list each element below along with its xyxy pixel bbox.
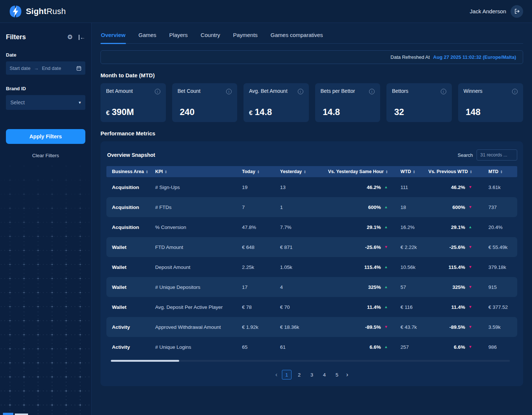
cell-business-area: Wallet <box>112 244 155 250</box>
cell-yesterday: 1 <box>280 205 321 210</box>
page-button-3[interactable]: 3 <box>307 370 317 379</box>
horizontal-scrollbar <box>111 360 510 362</box>
kpi-card-bettors: Bettorsi 32 <box>386 83 452 122</box>
cell-wtd: € 2.22k <box>388 244 430 250</box>
main-content: Overview Games Players Country Payments … <box>92 23 532 415</box>
info-icon[interactable]: i <box>155 89 160 94</box>
info-icon[interactable]: i <box>441 89 446 94</box>
tab-country[interactable]: Country <box>200 29 221 43</box>
cell-wtd: € 43.7k <box>388 324 430 330</box>
cell-mtd: 379.18k <box>472 264 512 270</box>
tab-players[interactable]: Players <box>169 29 188 43</box>
scrollbar-thumb[interactable] <box>111 360 179 362</box>
kpi-card-winners: Winnersi 148 <box>458 83 524 122</box>
table-header-row: Business Area▲▼ KPI▲▼ Today▲▼ Yesterday▲… <box>106 166 517 177</box>
data-refreshed-value: Aug 27 2025 11:02:32 (Europe/Malta) <box>433 54 516 60</box>
data-refreshed-label: Data Refreshed At <box>391 54 430 60</box>
cell-today: 47.8% <box>242 225 280 230</box>
cell-mtd: € 377.52 <box>472 304 512 310</box>
kpi-card-bet-count: Bet Counti 240 <box>172 83 238 122</box>
column-header-wtd[interactable]: WTD▲▼ <box>388 169 430 174</box>
calendar-icon[interactable] <box>76 65 82 71</box>
tab-games[interactable]: Games <box>138 29 157 43</box>
brand-id-select[interactable]: Select ▾ <box>6 95 85 110</box>
overview-snapshot-panel: Overview Snapshot Search Business Area▲▼… <box>100 141 523 386</box>
filters-sidebar: Filters ⚙ ← Date Start date → End date <box>0 23 92 415</box>
cell-yesterday: € 70 <box>280 304 321 310</box>
info-icon[interactable]: i <box>512 89 518 94</box>
column-header-mtd[interactable]: MTD▲▼ <box>472 169 512 174</box>
table-row: Wallet FTD Amount € 648 € 871 -25.6%▼ € … <box>106 237 517 257</box>
kpi-value: 240 <box>180 107 195 117</box>
date-range-arrow-icon: → <box>34 65 38 71</box>
kpi-card-bet-amount: Bet Amounti €390M <box>100 83 166 122</box>
table-row: Acquisition % Conversion 47.8% 7.7% 29.1… <box>106 217 517 237</box>
logout-button[interactable] <box>511 5 523 18</box>
tab-overview[interactable]: Overview <box>100 29 126 43</box>
end-date-placeholder[interactable]: End date <box>42 65 61 71</box>
cell-yesterday: 7.7% <box>280 225 321 230</box>
data-refreshed-bar: Data Refreshed At Aug 27 2025 11:02:32 (… <box>100 50 523 64</box>
apply-filters-button[interactable]: Apply Filters <box>6 129 85 144</box>
table-row: Activity # Unique Logins 65 61 6.6%▲ 257… <box>106 337 517 357</box>
mtd-cards: Bet Amounti €390M Bet Counti 240 Avg. Be… <box>100 83 523 122</box>
cell-kpi: # FTDs <box>155 205 242 210</box>
cell-wtd: € 116 <box>388 304 430 310</box>
page-button-2[interactable]: 2 <box>294 370 304 379</box>
cell-mtd: 20.4% <box>472 225 512 230</box>
tab-games-comparatives[interactable]: Games comparatives <box>270 29 323 43</box>
page-button-1[interactable]: 1 <box>282 370 291 379</box>
column-header-vs-yesterday[interactable]: Vs. Yesterday Same Hour▲▼ <box>321 169 388 174</box>
column-header-business-area[interactable]: Business Area▲▼ <box>112 169 155 174</box>
page-button-4[interactable]: 4 <box>320 370 329 379</box>
column-header-kpi[interactable]: KPI▲▼ <box>155 169 242 174</box>
cell-vs-yesterday: 29.1%▲ <box>321 225 388 230</box>
trend-triangle-icon: ▲ <box>468 225 472 229</box>
table-row: Acquisition # FTDs 7 1 600%▲ 18 600%▼ 73… <box>106 197 517 217</box>
corner-accent-light <box>15 414 28 415</box>
search-input[interactable] <box>477 149 517 161</box>
cell-vs-yesterday: 115.4%▲ <box>321 264 388 270</box>
cell-wtd: 257 <box>388 344 430 350</box>
column-header-today[interactable]: Today▲▼ <box>242 169 280 174</box>
cell-yesterday: 61 <box>280 344 321 350</box>
kpi-card-avg-bet-amount: Avg. Bet Amounti €14.8 <box>243 83 309 122</box>
cell-business-area: Activity <box>112 324 155 330</box>
trend-triangle-icon: ▲ <box>384 205 388 209</box>
brand: SightRush <box>9 5 66 18</box>
info-icon[interactable]: i <box>298 89 303 94</box>
pagination-prev-icon[interactable]: ‹ <box>274 371 279 378</box>
app-title: SightRush <box>26 7 66 16</box>
trend-triangle-icon: ▲ <box>384 225 388 229</box>
table-body: Acquisition # Sign-Ups 19 13 46.2%▲ 111 … <box>106 177 517 357</box>
performance-section-title: Performance Metrics <box>100 130 523 136</box>
start-date-placeholder[interactable]: Start date <box>10 65 30 71</box>
page-button-5[interactable]: 5 <box>332 370 342 379</box>
collapse-sidebar-icon[interactable]: ← <box>79 34 85 40</box>
info-icon[interactable]: i <box>226 89 232 94</box>
trend-triangle-icon: ▲ <box>384 285 388 289</box>
settings-gear-icon[interactable]: ⚙ <box>67 34 73 40</box>
date-range-input[interactable]: Start date → End date <box>6 61 85 75</box>
cell-kpi: % Conversion <box>155 225 242 230</box>
clear-filters-button[interactable]: Clear Filters <box>6 153 85 158</box>
cell-kpi: # Unique Depositors <box>155 284 242 290</box>
cell-wtd: 16.2% <box>388 225 430 230</box>
chevron-down-icon: ▾ <box>79 100 81 105</box>
sort-icon: ▲▼ <box>500 170 502 173</box>
column-header-vs-prev-wtd[interactable]: Vs. Previous WTD▲▼ <box>430 169 472 174</box>
logout-icon <box>514 8 520 14</box>
cell-today: € 78 <box>242 304 280 310</box>
cell-yesterday: € 18.36k <box>280 324 321 330</box>
tab-payments[interactable]: Payments <box>233 29 258 43</box>
cell-vs-yesterday: 325%▲ <box>321 284 388 290</box>
brand-id-select-value: Select <box>10 99 25 105</box>
user-name: Jack Anderson <box>470 8 506 14</box>
cell-kpi: # Sign-Ups <box>155 185 242 190</box>
info-icon[interactable]: i <box>369 89 375 94</box>
trend-triangle-icon: ▼ <box>468 285 472 289</box>
column-header-yesterday[interactable]: Yesterday▲▼ <box>280 169 321 174</box>
trend-triangle-icon: ▼ <box>468 325 472 329</box>
cell-vs-prev-wtd: 29.1%▲ <box>430 225 472 230</box>
pagination-next-icon[interactable]: › <box>345 371 350 378</box>
